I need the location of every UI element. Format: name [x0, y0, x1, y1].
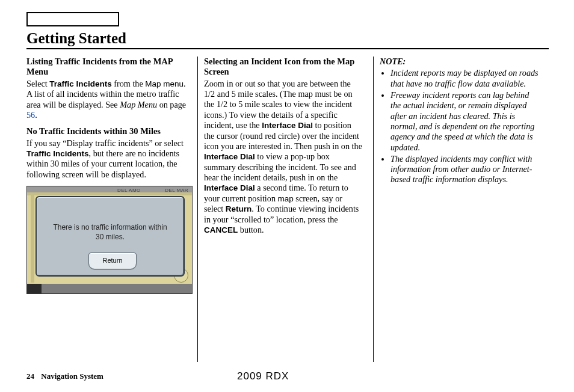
heading-listing-traffic: Listing Traffic Incidents from the MAP M… [26, 57, 193, 78]
screenshot-bottom-left [27, 284, 42, 293]
para-selecting-incident: Zoom in or out so that you are between t… [204, 79, 363, 236]
column-2: Selecting an Incident Icon from the Map … [197, 57, 368, 362]
note-label: NOTE: [380, 57, 539, 67]
heading-no-traffic: No Traffic Incidents within 30 Miles [26, 126, 193, 136]
return-button[interactable]: Return [88, 253, 137, 269]
page-number: 24 [26, 372, 34, 381]
map-road [31, 192, 34, 283]
page-link-56[interactable]: 56 [26, 110, 35, 120]
para-no-traffic: If you say “Display traffic incidents” o… [26, 138, 193, 180]
note-item: The displayed incidents may conflict wit… [390, 154, 539, 185]
note-item: Freeway incident reports can lag behind … [390, 90, 539, 153]
page-title: Getting Started [26, 30, 549, 47]
column-3: NOTE: Incident reports may be displayed … [373, 57, 544, 362]
note-item: Incident reports may be displayed on roa… [390, 68, 539, 89]
vehicle-model: 2009 RDX [237, 370, 289, 382]
header-box [26, 12, 119, 26]
screenshot-bottombar [27, 284, 192, 293]
map-label: DEL MAR [165, 188, 188, 194]
dialog-message: There is no traffic information within 3… [37, 222, 184, 242]
content-columns: Listing Traffic Incidents from the MAP M… [26, 57, 549, 362]
para-listing-traffic: Select Traffic Incidents from the Map me… [26, 79, 193, 120]
footer-section: Navigation System [41, 372, 103, 381]
heading-selecting-incident: Selecting an Incident Icon from the Map … [204, 57, 363, 78]
nav-screenshot: DEL AMO DEL MAR There is no traffic info… [26, 186, 193, 294]
column-1: Listing Traffic Incidents from the MAP M… [26, 57, 197, 362]
page-footer: 24 Navigation System 2009 RDX [26, 372, 549, 381]
title-rule [26, 48, 549, 49]
note-list: Incident reports may be displayed on roa… [380, 68, 539, 185]
manual-page: Getting Started Listing Traffic Incident… [26, 12, 549, 362]
no-traffic-dialog: There is no traffic information within 3… [35, 196, 185, 277]
map-label: DEL AMO [117, 188, 141, 194]
